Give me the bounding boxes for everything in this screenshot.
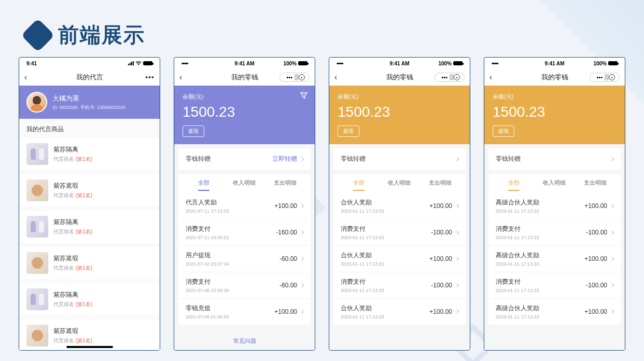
transaction-row[interactable]: 代言人奖励2021-07-11 17:13:33 +100.00	[178, 193, 311, 219]
home-indicator	[66, 346, 113, 348]
back-button[interactable]: ‹	[24, 73, 27, 82]
list-item[interactable]: 紫苏遮瑕 代言排名 (第1名)	[19, 247, 160, 279]
tab-income[interactable]: 收入明细	[224, 174, 264, 191]
profile-card[interactable]: 大橘为重 ID: 6832020 手机号: 13666832020	[19, 86, 160, 119]
product-thumb	[26, 325, 48, 346]
tab-expense[interactable]: 支出明细	[265, 174, 305, 191]
transaction-row[interactable]: 消费支付2023-01-11 17:13:33 -100.00	[333, 219, 466, 245]
transfer-row[interactable]: 零钱转赠 立即转赠	[178, 148, 311, 170]
tx-title: 代言人奖励	[186, 198, 229, 207]
back-button[interactable]: ‹	[179, 73, 182, 82]
nav-bar: ‹ 我的零钱 •••	[484, 69, 625, 86]
product-list[interactable]: 紫苏隔离 代言排名 (第1名) 紫苏遮瑕 代言排名 (第1名) 紫苏隔离 代言排…	[19, 138, 160, 350]
transaction-row[interactable]: 高级合伙人奖励2023-01-11 17:13:33 +100.00	[488, 298, 621, 325]
tab-expense[interactable]: 支出明细	[420, 174, 460, 191]
withdraw-button[interactable]: 提现	[338, 126, 359, 137]
withdraw-button[interactable]: 提现	[493, 126, 514, 137]
chevron-right-icon	[455, 230, 459, 234]
tx-time: 2023-01-11 17:13:33	[341, 235, 384, 240]
tx-time: 2023-01-11 17:13:33	[496, 235, 539, 240]
nav-bar: ‹ 我的代言 •••	[19, 69, 160, 86]
tx-amount: +100.00	[584, 202, 607, 210]
transaction-row[interactable]: 合伙人奖励2023-01-11 17:13:33 +100.00	[333, 245, 466, 272]
tx-title: 消费支付	[496, 277, 539, 286]
transaction-row[interactable]: 高级合伙人奖励2023-01-11 17:13:33 +100.00	[488, 193, 621, 219]
tab-expense[interactable]: 支出明细	[575, 174, 615, 191]
more-button[interactable]: •••	[145, 73, 155, 81]
tabs: 全部 收入明细 支出明细	[488, 174, 621, 191]
tab-all[interactable]: 全部	[494, 174, 534, 191]
product-title: 紫苏隔离	[53, 145, 92, 154]
withdraw-button[interactable]: 提现	[183, 126, 204, 137]
product-title: 紫苏隔离	[53, 290, 92, 299]
tx-amount: -160.00	[276, 229, 297, 236]
tab-income[interactable]: 收入明细	[534, 174, 575, 191]
transaction-row[interactable]: 零钱充值2021-07-09 01:46:55 +100.00	[178, 298, 311, 325]
wifi-icon	[135, 61, 142, 66]
battery-icon	[143, 61, 152, 65]
product-rank: 代言排名 (第1名)	[53, 301, 92, 308]
product-thumb	[26, 288, 48, 310]
status-time: 9:41	[26, 61, 37, 66]
tx-time: 2021-07-11 17:13:33	[186, 209, 229, 214]
tab-all[interactable]: 全部	[339, 174, 379, 191]
tx-amount: +100.00	[274, 308, 297, 315]
chevron-right-icon	[455, 283, 459, 287]
product-rank: 代言排名 (第1名)	[53, 192, 92, 199]
balance-amount: 1500.23	[493, 104, 617, 120]
tx-time: 2023-01-11 17:13:33	[496, 288, 539, 293]
nav-title: 我的代言	[19, 73, 160, 82]
battery-pct: 100%	[283, 61, 297, 66]
list-item[interactable]: 紫苏隔离 代言排名 (第1名)	[19, 138, 160, 170]
status-bar: ••••• 9:41 AM 100%	[174, 58, 315, 69]
transaction-row[interactable]: 消费支付2023-01-11 17:13:33 -100.00	[488, 272, 621, 298]
capsule-menu[interactable]: •••	[279, 73, 310, 82]
tx-title: 高级合伙人奖励	[496, 198, 539, 207]
chevron-right-icon	[300, 257, 304, 261]
transaction-row[interactable]: 消费支付2023-01-11 17:13:33 -100.00	[333, 272, 466, 298]
product-thumb	[26, 143, 48, 165]
phone-mockup-4: ••••• 9:41 AM 100% ‹ 我的零钱 ••• 余额(元) 1500…	[484, 57, 625, 351]
tx-amount: +100.00	[429, 202, 452, 210]
faq-link[interactable]: 常见问题	[174, 329, 315, 350]
transaction-row[interactable]: 合伙人奖励2023-01-11 17:13:33 +100.00	[333, 193, 466, 219]
chevron-right-icon	[610, 257, 614, 261]
tx-time: 2023-01-11 17:13:33	[496, 209, 539, 214]
transaction-row[interactable]: 用户提现2021-07-10 23:07:34 -60.00	[178, 245, 311, 272]
balance-card: 余额(元) 1500.23 提现	[329, 86, 470, 144]
transfer-row[interactable]: 零钱转赠	[333, 148, 466, 170]
transaction-row[interactable]: 高级合伙人奖励2023-01-11 17:13:33 +100.00	[488, 245, 621, 272]
transaction-row[interactable]: 消费支付2021-07-11 23:49:22 -160.00	[178, 219, 311, 245]
tab-all[interactable]: 全部	[184, 174, 224, 191]
transaction-row[interactable]: 消费支付2021-07-08 23:59:38 -60.00	[178, 272, 311, 298]
tx-title: 消费支付	[186, 225, 229, 233]
tx-time: 2021-07-09 01:46:55	[186, 314, 229, 320]
tx-amount: +100.00	[584, 255, 607, 262]
back-button[interactable]: ‹	[489, 73, 492, 82]
tx-amount: +100.00	[429, 255, 452, 262]
tx-time: 2023-01-11 17:13:33	[341, 288, 384, 293]
tab-income[interactable]: 收入明细	[379, 174, 419, 191]
capsule-menu[interactable]: •••	[435, 73, 465, 82]
carrier-icon: •••••	[337, 61, 343, 66]
user-meta: ID: 6832020 手机号: 13666832020	[52, 104, 125, 111]
list-item[interactable]: 紫苏隔离 代言排名 (第1名)	[19, 283, 160, 315]
product-rank: 代言排名 (第1名)	[53, 337, 92, 344]
battery-icon	[298, 61, 307, 65]
list-item[interactable]: 紫苏隔离 代言排名 (第1名)	[19, 211, 160, 243]
balance-label: 余额(元)	[493, 93, 617, 101]
product-title: 紫苏遮瑕	[53, 254, 92, 263]
tx-title: 合伙人奖励	[341, 304, 384, 313]
product-title: 紫苏隔离	[53, 218, 92, 227]
transfer-row[interactable]: 零钱转赠	[488, 148, 621, 170]
phone-mockup-2: ••••• 9:41 AM 100% ‹ 我的零钱 ••• 余额(元) 1500…	[174, 57, 315, 351]
carrier-icon: •••••	[492, 61, 498, 66]
transaction-row[interactable]: 消费支付2023-01-11 17:13:33 -100.00	[488, 219, 621, 245]
tx-time: 2021-07-11 23:49:22	[186, 235, 229, 240]
back-button[interactable]: ‹	[334, 73, 337, 82]
product-rank: 代言排名 (第1名)	[53, 156, 92, 163]
transaction-row[interactable]: 合伙人奖励2023-01-11 17:13:33 +100.00	[333, 298, 466, 325]
product-title: 紫苏遮瑕	[53, 182, 92, 190]
list-item[interactable]: 紫苏遮瑕 代言排名 (第1名)	[19, 174, 160, 206]
capsule-menu[interactable]: •••	[590, 73, 620, 82]
